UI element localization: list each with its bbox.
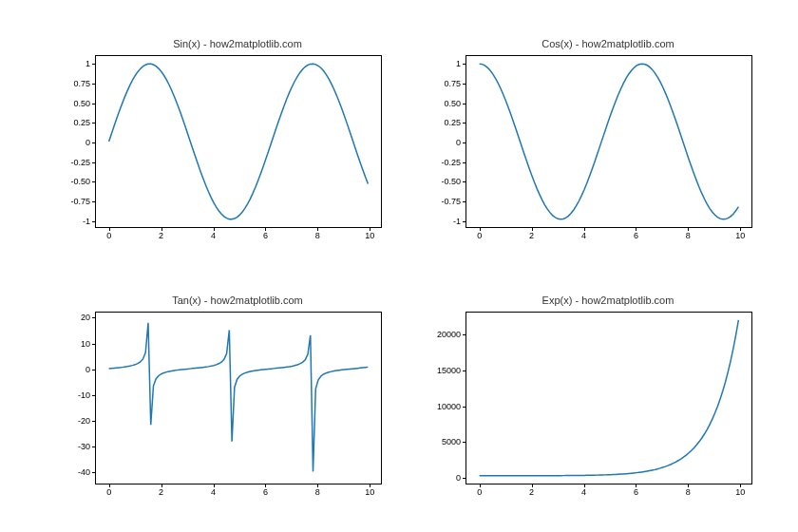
subplot-cos: Cos(x) - how2matplotlib.com -1-0.75-0.50… [466, 38, 750, 228]
subplot-tan: Tan(x) - how2matplotlib.com -40-30-20-10… [95, 294, 380, 484]
figure: Sin(x) - how2matplotlib.com -1-0.75-0.50… [0, 0, 798, 532]
subplot-sin: Sin(x) - how2matplotlib.com -1-0.75-0.50… [95, 38, 380, 228]
chart-title: Exp(x) - how2matplotlib.com [466, 294, 750, 306]
plot-area: 050001000015000200000246810 [466, 312, 752, 484]
plot-area: -1-0.75-0.50-0.2500.250.500.7510246810 [466, 55, 752, 228]
line-series [96, 56, 381, 227]
line-series [466, 313, 751, 484]
line-series [466, 56, 751, 227]
chart-title: Tan(x) - how2matplotlib.com [95, 294, 380, 306]
chart-title: Sin(x) - how2matplotlib.com [95, 38, 380, 49]
plot-area: -40-30-20-10010200246810 [95, 312, 382, 484]
chart-title: Cos(x) - how2matplotlib.com [466, 38, 750, 49]
line-series [96, 313, 381, 484]
plot-area: -1-0.75-0.50-0.2500.250.500.7510246810 [95, 55, 382, 228]
subplot-exp: Exp(x) - how2matplotlib.com 050001000015… [466, 294, 750, 484]
